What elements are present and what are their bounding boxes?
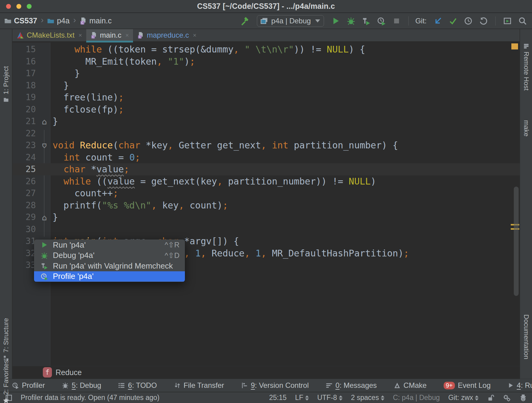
close-tab-icon[interactable]: × [125, 32, 129, 39]
project-icon [3, 97, 9, 103]
inspector-face-icon[interactable] [519, 394, 527, 402]
git-branch-select[interactable]: Git: zwx [448, 394, 479, 402]
toolwindow-debug[interactable]: 5: Debug [62, 381, 101, 390]
close-tab-icon[interactable]: × [193, 32, 196, 39]
tab-main-c[interactable]: C main.c × [86, 29, 133, 41]
encoding-select[interactable]: UTF-8 [317, 394, 343, 402]
code-line[interactable]: 26 while ((value = get_next(key, partiti… [12, 175, 520, 188]
inspection-indicator[interactable] [511, 43, 518, 49]
editor-breadcrumb-bar: f Reduce [12, 366, 520, 378]
breadcrumb-folder[interactable]: p4a [47, 16, 70, 25]
menu-item-run[interactable]: Run 'p4a' ^⇧R [34, 240, 185, 250]
code-line[interactable]: 20 fclose(fp); [12, 103, 520, 116]
svg-text:C: C [81, 21, 84, 24]
tab-cmakelists[interactable]: CMakeLists.txt × [12, 29, 86, 41]
sidebar-item-project[interactable]: 1: Project [0, 66, 12, 103]
breadcrumb-separator: › [73, 15, 77, 25]
active-config-label[interactable]: C: p4a | Debug [393, 394, 440, 402]
zoom-window-button[interactable] [27, 4, 32, 9]
code-line[interactable]: 23⌂void Reduce(char *key, Getter get_nex… [12, 139, 520, 151]
breadcrumb: CS537 › p4a › C main.c [4, 16, 112, 25]
run-button[interactable] [331, 16, 341, 26]
toolwindow-event-log[interactable]: 9+ Event Log [444, 381, 491, 390]
debug-button[interactable] [346, 16, 356, 26]
git-commit-check-icon[interactable] [448, 16, 458, 26]
code-line[interactable]: 29⌂} [12, 211, 520, 223]
editor-scrollbar[interactable] [514, 187, 519, 296]
updown-icon [339, 395, 343, 401]
sidebar-item-make[interactable]: make [520, 120, 532, 137]
toolwindow-cmake[interactable]: CMake [394, 381, 427, 390]
status-bar: Profiler data is ready. Open (47 minutes… [0, 392, 532, 403]
code-line[interactable]: 21⌂} [12, 115, 520, 127]
rollback-icon[interactable] [478, 16, 489, 26]
code-line[interactable]: 16 MR_Emit(token, "1"); [12, 56, 520, 68]
unlock-icon[interactable] [487, 394, 494, 401]
code-line[interactable]: 30 [12, 223, 520, 235]
code-line[interactable]: 28 printf("%s %d\n", key, count); [12, 199, 520, 212]
minimize-window-button[interactable] [16, 4, 21, 9]
star-icon [3, 397, 9, 403]
caret-position[interactable]: 25:15 [269, 394, 287, 402]
close-tab-icon[interactable]: × [78, 32, 82, 39]
search-icon[interactable] [517, 16, 528, 26]
toolwindow-file-transfer[interactable]: File Transfer [174, 381, 224, 390]
code-line[interactable]: 15 while ((token = strsep(&dummy, " \t\n… [12, 43, 520, 56]
close-window-button[interactable] [6, 4, 11, 9]
code-line[interactable]: 17 } [12, 67, 520, 80]
file-transfer-icon [174, 382, 181, 389]
profiler-icon [12, 382, 19, 389]
gears-icon[interactable] [503, 394, 511, 402]
cmake-file-icon [17, 32, 24, 39]
toolwindow-messages[interactable]: 0: Messages [326, 381, 377, 390]
menu-item-debug[interactable]: Debug 'p4a' ^⇧D [34, 250, 185, 261]
version-control-icon [241, 382, 248, 389]
indent-select[interactable]: 2 spaces [351, 394, 384, 402]
valgrind-run-button[interactable] [361, 16, 371, 26]
code-line[interactable]: 27 count++; [12, 187, 520, 199]
breadcrumb-file[interactable]: C main.c [80, 16, 112, 25]
menu-item-profile[interactable]: Profile 'p4a' [34, 271, 185, 282]
title-bar: CS537 [~/Code/CS537] - .../p4a/main.c [0, 0, 532, 13]
profiler-run-button[interactable] [376, 16, 387, 26]
sidebar-item-structure[interactable]: 7: Structure [0, 318, 12, 361]
sidebar-item-favorites[interactable]: 2: Favorites [0, 360, 12, 403]
todo-list-icon [118, 382, 125, 389]
code-line[interactable]: 19 free(line); [12, 91, 520, 103]
folder-icon [47, 17, 54, 25]
menu-item-valgrind[interactable]: Run 'p4a' with Valgrind Memcheck [34, 261, 185, 271]
code-editor[interactable]: 15 while ((token = strsep(&dummy, " \t\n… [12, 42, 520, 366]
toolwindow-todo[interactable]: 6: TODO [118, 381, 157, 390]
breadcrumb-project[interactable]: CS537 [4, 16, 37, 25]
history-clock-icon[interactable] [463, 16, 473, 26]
fold-end-icon[interactable]: ⌂ [38, 211, 50, 223]
bug-icon [62, 382, 69, 389]
toolwindow-profiler[interactable]: Profiler [12, 381, 45, 390]
code-line[interactable]: 22 [12, 127, 520, 140]
fold-start-icon[interactable]: ⌂ [38, 139, 50, 151]
left-tool-stripe: 1: Project 7: Structure 2: Favorites [0, 29, 12, 379]
toolwindow-version-control[interactable]: 9: Version Control [241, 381, 309, 390]
chevron-down-icon [315, 19, 320, 22]
c-file-icon: C [137, 32, 144, 39]
right-tool-stripe: Remote Host make Documentation [520, 29, 532, 379]
build-hammer-icon[interactable] [240, 16, 250, 26]
code-lines: 15 while ((token = strsep(&dummy, " \t\n… [12, 42, 520, 271]
sidebar-item-remote-host[interactable]: Remote Host [520, 43, 532, 90]
run-configuration-select[interactable]: p4a | Debug [257, 15, 324, 27]
code-line[interactable]: 25 char *value; [12, 163, 520, 175]
sidebar-item-documentation[interactable]: Documentation [520, 314, 532, 359]
toolwindow-run[interactable]: 4: Run [508, 381, 532, 390]
git-update-icon[interactable] [433, 16, 443, 26]
updown-icon [381, 395, 384, 401]
status-message[interactable]: Profiler data is ready. Open (47 minutes… [21, 394, 159, 402]
tab-mapreduce-c[interactable]: C mapreduce.c × [133, 29, 200, 41]
fold-end-icon[interactable]: ⌂ [38, 115, 50, 127]
breadcrumb-function-name[interactable]: Reduce [56, 368, 82, 377]
run-config-icon [260, 17, 268, 25]
code-line[interactable]: 18 } [12, 80, 520, 92]
run-window-icon[interactable] [502, 16, 513, 26]
code-line[interactable]: 24 int count = 0; [12, 151, 520, 164]
line-separator-select[interactable]: LF [295, 394, 309, 402]
function-badge: f [43, 367, 52, 378]
